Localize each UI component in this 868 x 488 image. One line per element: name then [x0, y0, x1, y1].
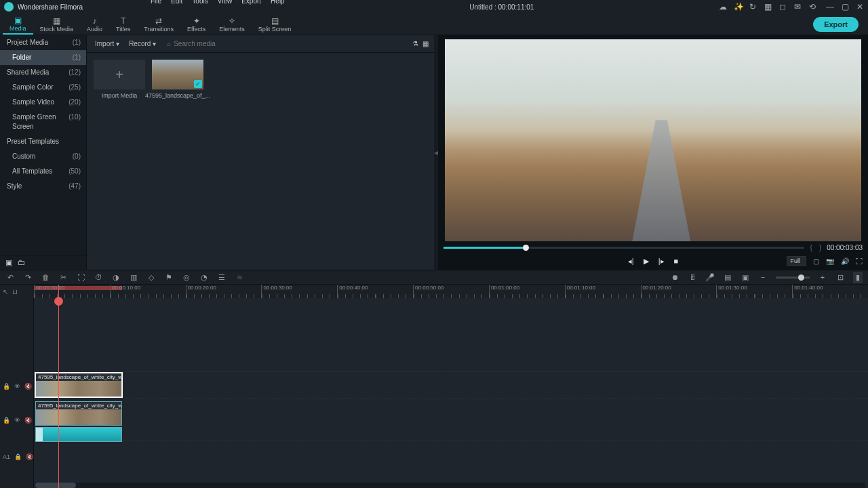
sidebar-shared-media[interactable]: Shared Media(12) [0, 65, 86, 80]
tab-titles[interactable]: TTitles [109, 14, 137, 35]
sidebar-sample-green-screen[interactable]: Sample Green Screen(10) [0, 110, 86, 134]
keyframe-icon[interactable]: ◇ [146, 273, 156, 282]
timeline-clip-v1[interactable]: 47595_landscape_of_white_city_with_river… [35, 401, 122, 426]
marker-icon[interactable]: ⚑ [164, 273, 174, 282]
more-icon[interactable]: ☰ [217, 273, 226, 282]
menu-help[interactable]: Help [271, 0, 285, 5]
split-icon[interactable]: ✂ [58, 273, 68, 282]
match-icon[interactable]: ▣ [741, 273, 750, 282]
track-lock-icon[interactable]: 🔒 [3, 383, 10, 390]
preview-viewport[interactable] [445, 39, 861, 241]
tab-audio[interactable]: ♪Audio [80, 14, 109, 35]
redo-icon[interactable]: ↷ [23, 273, 33, 282]
zoom-fit-icon[interactable]: ⊡ [835, 273, 845, 282]
timeline-clip-audio[interactable] [35, 427, 122, 442]
tab-split-screen[interactable]: ▤Split Screen [252, 14, 298, 35]
square-icon[interactable]: ◻ [778, 3, 787, 11]
import-dropdown[interactable]: Import ▾ [92, 39, 122, 49]
sidebar-preset-templates[interactable]: Preset Templates [0, 134, 86, 149]
track-lock-icon[interactable]: 🔒 [3, 417, 10, 424]
import-media-tile[interactable]: + Import Media [94, 60, 145, 99]
mic-icon[interactable]: 🎤 [705, 273, 715, 282]
tracking-icon[interactable]: ◎ [182, 273, 191, 282]
cloud-icon[interactable]: ☁ [719, 3, 727, 11]
mask-icon[interactable]: ◔ [199, 273, 209, 282]
clip-thumbnail[interactable] [152, 60, 203, 89]
volume-icon[interactable]: 🔊 [841, 258, 849, 265]
sync-icon[interactable]: ↻ [749, 3, 757, 11]
snapshot-icon[interactable]: 📷 [826, 258, 834, 265]
mail-icon[interactable]: ✉ [793, 3, 802, 11]
folder-icon[interactable]: 🗀 [18, 258, 25, 267]
color-icon[interactable]: ◑ [111, 273, 121, 282]
quality-select[interactable]: Full [787, 256, 806, 266]
speed-icon[interactable]: ⏱ [94, 273, 103, 281]
track-mute-icon[interactable]: 🔇 [26, 453, 33, 460]
playhead[interactable] [58, 285, 59, 488]
menu-view[interactable]: View [218, 0, 233, 5]
menu-edit[interactable]: Edit [171, 0, 182, 5]
greenscreen-icon[interactable]: ▥ [129, 273, 138, 282]
mark-out-icon[interactable]: } [818, 244, 823, 251]
track-header-v2[interactable]: 🔒👁🔇 [0, 373, 33, 400]
export-button[interactable]: Export [813, 17, 859, 32]
zoom-in-icon[interactable]: + [818, 273, 827, 281]
filter-icon[interactable]: ⚗ [412, 40, 418, 47]
timeline-scrollbar[interactable] [35, 483, 865, 488]
timeline-ruler[interactable]: 00:00:00:0000:00:10:00 00:00:20:0000:00:… [34, 285, 868, 298]
sidebar-project-media[interactable]: Project Media(1) [0, 35, 86, 50]
next-frame-button[interactable]: |▸ [658, 257, 665, 266]
sidebar-style[interactable]: Style(47) [0, 179, 86, 194]
audio-fade-handle[interactable] [36, 428, 43, 441]
history-icon[interactable]: ⟲ [808, 3, 816, 11]
track-mute-icon[interactable]: 🔇 [24, 383, 32, 390]
zoom-out-icon[interactable]: − [758, 273, 768, 281]
sidebar-folder[interactable]: Folder(1) [0, 50, 86, 65]
minimize-button[interactable]: — [826, 3, 834, 11]
tab-stock-media[interactable]: ▦Stock Media [33, 14, 81, 35]
track-eye-icon[interactable]: 👁 [14, 417, 20, 424]
prev-frame-button[interactable]: ◂| [628, 257, 634, 266]
grid-icon[interactable]: ▦ [764, 3, 772, 11]
media-clip-tile[interactable]: 47595_landscape_of_... [152, 60, 203, 99]
sidebar-all-templates[interactable]: All Templates(50) [0, 164, 86, 179]
undo-icon[interactable]: ↶ [5, 273, 15, 282]
tab-effects[interactable]: ✦Effects [180, 14, 212, 35]
mark-in-icon[interactable]: { [808, 244, 813, 251]
timeline-clip-v2[interactable]: 47595_landscape_of_white_city_with_river… [35, 373, 122, 397]
new-folder-icon[interactable]: ▣ [5, 258, 12, 267]
magnet-icon[interactable]: ⊔ [12, 288, 18, 296]
search-input[interactable] [174, 40, 408, 47]
sparkle-icon[interactable]: ✨ [734, 3, 742, 11]
track-header-v1[interactable]: 🔒👁🔇 [0, 407, 33, 434]
sidebar-sample-video[interactable]: Sample Video(20) [0, 95, 86, 110]
search-box[interactable]: ⌕ [167, 40, 408, 47]
tl-settings-icon[interactable]: ▮ [853, 272, 863, 283]
progress-bar[interactable] [443, 247, 804, 249]
track-lock-icon[interactable]: 🔒 [14, 453, 22, 460]
audio-vis-icon[interactable]: ≋ [235, 273, 244, 282]
close-button[interactable]: ✕ [856, 3, 864, 11]
track-header-a1[interactable]: A1🔒🔇 [0, 443, 33, 470]
record-vo-icon[interactable]: ⏺ [670, 273, 679, 281]
stop-button[interactable]: ■ [674, 257, 679, 265]
maximize-button[interactable]: ▢ [841, 3, 849, 11]
display-icon[interactable]: ▢ [813, 258, 819, 265]
fullscreen-icon[interactable]: ⛶ [856, 258, 863, 265]
menu-file[interactable]: File [151, 0, 161, 5]
track-mute-icon[interactable]: 🔇 [24, 417, 32, 424]
render-icon[interactable]: ▤ [723, 273, 732, 282]
sidebar-sample-color[interactable]: Sample Color(25) [0, 80, 86, 95]
cursor-icon[interactable]: ↖ [3, 288, 8, 296]
sidebar-custom[interactable]: Custom(0) [0, 149, 86, 164]
menu-tools[interactable]: Tools [192, 0, 208, 5]
zoom-slider[interactable] [776, 277, 810, 279]
tab-transitions[interactable]: ⇄Transitions [137, 14, 180, 35]
play-button[interactable]: ▶ [644, 257, 649, 266]
track-eye-icon[interactable]: 👁 [14, 383, 20, 390]
menu-export[interactable]: Export [241, 0, 261, 5]
plus-icon[interactable]: + [94, 60, 145, 89]
crop-icon[interactable]: ⛶ [76, 273, 85, 281]
tab-media[interactable]: ▣Media [3, 14, 33, 35]
mixer-icon[interactable]: 🎚 [688, 273, 697, 281]
